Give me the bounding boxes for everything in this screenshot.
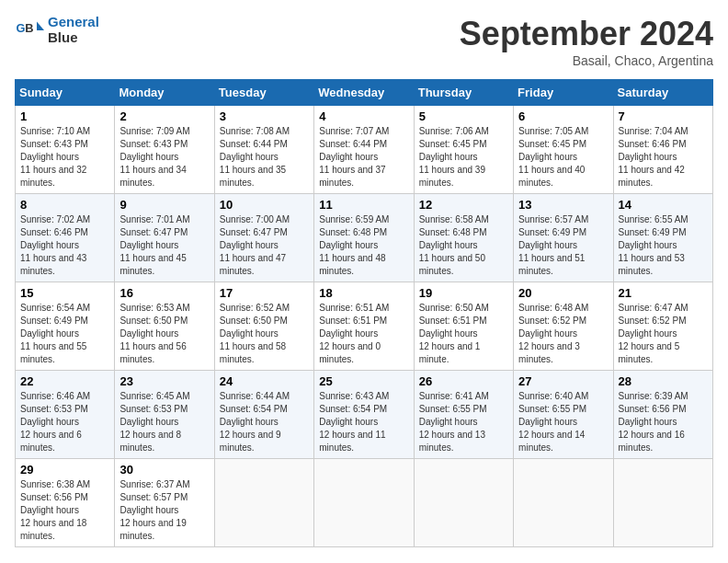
day-cell-9: 9 Sunrise: 7:01 AM Sunset: 6:47 PM Dayli…	[115, 194, 214, 282]
day-info: Sunrise: 7:09 AM Sunset: 6:43 PM Dayligh…	[119, 125, 209, 190]
logo-blue: Blue	[48, 30, 99, 46]
day-info: Sunrise: 6:59 AM Sunset: 6:48 PM Dayligh…	[319, 213, 408, 278]
svg-text:B: B	[25, 20, 33, 34]
week-row-4: 22 Sunrise: 6:46 AM Sunset: 6:53 PM Dayl…	[16, 371, 713, 459]
day-number: 5	[419, 109, 508, 123]
empty-cell	[314, 459, 414, 547]
day-info: Sunrise: 6:55 AM Sunset: 6:49 PM Dayligh…	[619, 213, 708, 278]
title-block: September 2024 Basail, Chaco, Argentina	[460, 15, 713, 68]
header-row: SundayMondayTuesdayWednesdayThursdayFrid…	[16, 80, 713, 106]
week-row-5: 29 Sunrise: 6:38 AM Sunset: 6:56 PM Dayl…	[16, 459, 713, 547]
calendar-table: SundayMondayTuesdayWednesdayThursdayFrid…	[15, 79, 713, 547]
day-number: 7	[619, 109, 708, 123]
day-number: 10	[220, 198, 309, 212]
day-cell-5: 5 Sunrise: 7:06 AM Sunset: 6:45 PM Dayli…	[414, 106, 513, 194]
logo: G B General Blue	[15, 15, 99, 45]
day-cell-13: 13 Sunrise: 6:57 AM Sunset: 6:49 PM Dayl…	[514, 194, 613, 282]
day-number: 28	[619, 374, 708, 388]
col-header-friday: Friday	[514, 80, 613, 106]
day-info: Sunrise: 7:07 AM Sunset: 6:44 PM Dayligh…	[319, 125, 408, 190]
day-number: 16	[119, 286, 209, 300]
empty-cell	[414, 459, 513, 547]
day-number: 21	[619, 286, 708, 300]
week-row-3: 15 Sunrise: 6:54 AM Sunset: 6:49 PM Dayl…	[16, 282, 713, 371]
day-number: 19	[419, 286, 508, 300]
day-number: 1	[20, 109, 109, 123]
day-info: Sunrise: 6:47 AM Sunset: 6:52 PM Dayligh…	[619, 302, 708, 366]
day-number: 26	[419, 374, 508, 388]
day-cell-2: 2 Sunrise: 7:09 AM Sunset: 6:43 PM Dayli…	[115, 106, 214, 194]
day-number: 25	[319, 374, 408, 388]
day-number: 17	[220, 286, 309, 300]
day-number: 18	[319, 286, 408, 300]
day-info: Sunrise: 6:39 AM Sunset: 6:56 PM Dayligh…	[619, 390, 708, 454]
day-cell-27: 27 Sunrise: 6:40 AM Sunset: 6:55 PM Dayl…	[514, 371, 613, 459]
col-header-thursday: Thursday	[414, 80, 513, 106]
logo-icon: G B	[15, 16, 44, 45]
day-cell-23: 23 Sunrise: 6:45 AM Sunset: 6:53 PM Dayl…	[115, 371, 214, 459]
day-info: Sunrise: 7:05 AM Sunset: 6:45 PM Dayligh…	[518, 125, 608, 190]
day-cell-21: 21 Sunrise: 6:47 AM Sunset: 6:52 PM Dayl…	[613, 282, 712, 371]
day-number: 9	[119, 198, 209, 212]
day-info: Sunrise: 6:57 AM Sunset: 6:49 PM Dayligh…	[518, 213, 608, 278]
day-info: Sunrise: 6:41 AM Sunset: 6:55 PM Dayligh…	[419, 390, 508, 454]
day-number: 23	[119, 374, 209, 388]
day-cell-10: 10 Sunrise: 7:00 AM Sunset: 6:47 PM Dayl…	[214, 194, 313, 282]
day-number: 24	[220, 374, 309, 388]
day-cell-28: 28 Sunrise: 6:39 AM Sunset: 6:56 PM Dayl…	[613, 371, 712, 459]
col-header-tuesday: Tuesday	[214, 80, 313, 106]
week-row-1: 1 Sunrise: 7:10 AM Sunset: 6:43 PM Dayli…	[16, 106, 713, 194]
day-info: Sunrise: 6:54 AM Sunset: 6:49 PM Dayligh…	[20, 302, 109, 366]
day-number: 4	[319, 109, 408, 123]
empty-cell	[214, 459, 313, 547]
empty-cell	[514, 459, 613, 547]
day-cell-20: 20 Sunrise: 6:48 AM Sunset: 6:52 PM Dayl…	[514, 282, 613, 371]
day-number: 8	[20, 198, 109, 212]
col-header-sunday: Sunday	[16, 80, 115, 106]
day-number: 22	[20, 374, 109, 388]
day-number: 2	[119, 109, 209, 123]
day-cell-24: 24 Sunrise: 6:44 AM Sunset: 6:54 PM Dayl…	[214, 371, 313, 459]
month-title: September 2024	[460, 15, 713, 53]
day-info: Sunrise: 6:48 AM Sunset: 6:52 PM Dayligh…	[518, 302, 608, 366]
svg-marker-2	[37, 21, 44, 30]
day-number: 6	[518, 109, 608, 123]
day-info: Sunrise: 6:52 AM Sunset: 6:50 PM Dayligh…	[220, 302, 309, 366]
day-number: 15	[20, 286, 109, 300]
svg-text:G: G	[17, 20, 26, 34]
day-cell-25: 25 Sunrise: 6:43 AM Sunset: 6:54 PM Dayl…	[314, 371, 414, 459]
day-number: 3	[220, 109, 309, 123]
day-cell-26: 26 Sunrise: 6:41 AM Sunset: 6:55 PM Dayl…	[414, 371, 513, 459]
col-header-wednesday: Wednesday	[314, 80, 414, 106]
day-info: Sunrise: 6:58 AM Sunset: 6:48 PM Dayligh…	[419, 213, 508, 278]
week-row-2: 8 Sunrise: 7:02 AM Sunset: 6:46 PM Dayli…	[16, 194, 713, 282]
day-cell-12: 12 Sunrise: 6:58 AM Sunset: 6:48 PM Dayl…	[414, 194, 513, 282]
day-cell-18: 18 Sunrise: 6:51 AM Sunset: 6:51 PM Dayl…	[314, 282, 414, 371]
empty-cell	[613, 459, 712, 547]
day-cell-22: 22 Sunrise: 6:46 AM Sunset: 6:53 PM Dayl…	[16, 371, 115, 459]
day-info: Sunrise: 6:45 AM Sunset: 6:53 PM Dayligh…	[119, 390, 209, 454]
day-info: Sunrise: 6:51 AM Sunset: 6:51 PM Dayligh…	[319, 302, 408, 366]
day-info: Sunrise: 7:04 AM Sunset: 6:46 PM Dayligh…	[619, 125, 708, 190]
day-info: Sunrise: 6:37 AM Sunset: 6:57 PM Dayligh…	[119, 478, 209, 543]
col-header-monday: Monday	[115, 80, 214, 106]
day-cell-8: 8 Sunrise: 7:02 AM Sunset: 6:46 PM Dayli…	[16, 194, 115, 282]
day-cell-30: 30 Sunrise: 6:37 AM Sunset: 6:57 PM Dayl…	[115, 459, 214, 547]
day-cell-15: 15 Sunrise: 6:54 AM Sunset: 6:49 PM Dayl…	[16, 282, 115, 371]
day-info: Sunrise: 7:06 AM Sunset: 6:45 PM Dayligh…	[419, 125, 508, 190]
day-number: 20	[518, 286, 608, 300]
day-info: Sunrise: 6:50 AM Sunset: 6:51 PM Dayligh…	[419, 302, 508, 366]
day-info: Sunrise: 6:40 AM Sunset: 6:55 PM Dayligh…	[518, 390, 608, 454]
day-cell-17: 17 Sunrise: 6:52 AM Sunset: 6:50 PM Dayl…	[214, 282, 313, 371]
day-cell-11: 11 Sunrise: 6:59 AM Sunset: 6:48 PM Dayl…	[314, 194, 414, 282]
day-info: Sunrise: 7:10 AM Sunset: 6:43 PM Dayligh…	[20, 125, 109, 190]
page-header: G B General Blue September 2024 Basail, …	[15, 15, 713, 68]
day-cell-29: 29 Sunrise: 6:38 AM Sunset: 6:56 PM Dayl…	[16, 459, 115, 547]
day-info: Sunrise: 6:53 AM Sunset: 6:50 PM Dayligh…	[119, 302, 209, 366]
day-number: 11	[319, 198, 408, 212]
day-cell-3: 3 Sunrise: 7:08 AM Sunset: 6:44 PM Dayli…	[214, 106, 313, 194]
location: Basail, Chaco, Argentina	[460, 53, 713, 68]
day-info: Sunrise: 7:01 AM Sunset: 6:47 PM Dayligh…	[119, 213, 209, 278]
day-number: 29	[20, 463, 109, 477]
day-cell-6: 6 Sunrise: 7:05 AM Sunset: 6:45 PM Dayli…	[514, 106, 613, 194]
